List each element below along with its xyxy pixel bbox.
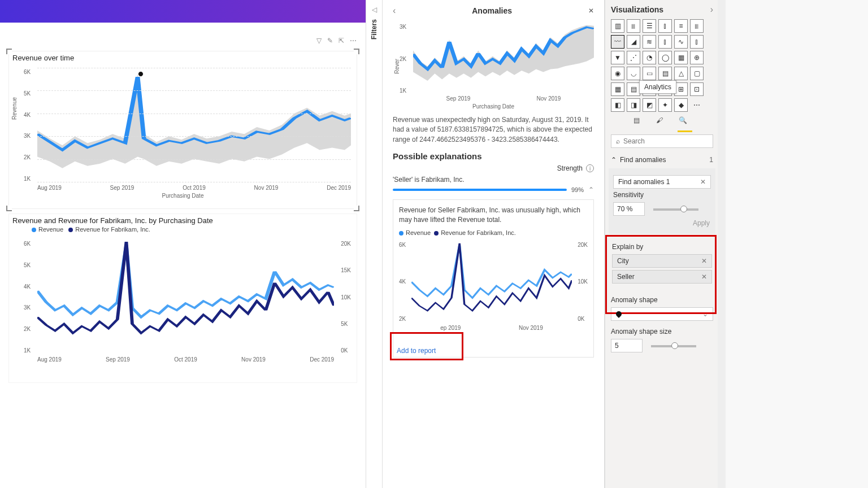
plot-area	[37, 239, 334, 354]
anomaly-shape-size-label: Anomaly shape size	[611, 328, 713, 336]
more-options-icon[interactable]: ⋯	[350, 37, 357, 45]
matrix-icon[interactable]: ▤	[627, 82, 640, 96]
visual-revenue-over-time[interactable]: ▽ ✎ ⇱ ⋯ Revenue over time Revenue 6K5K4K…	[8, 51, 357, 209]
resize-handle[interactable]	[6, 206, 12, 211]
map-icon[interactable]: ⊕	[690, 51, 704, 64]
chart-legend: Revenue Revenue for Fabrikam, Inc.	[9, 226, 357, 235]
explanation-card: Revenue for Seller Fabrikam, Inc. was un…	[393, 199, 594, 358]
x-axis-label: Purchasing Date	[9, 193, 357, 199]
pie-icon[interactable]: ◔	[643, 51, 656, 64]
funnel-icon[interactable]: ▼	[611, 51, 624, 64]
y-ticks-right: 20K15K10K5K0K	[341, 241, 351, 354]
remove-icon[interactable]: ✕	[700, 178, 706, 186]
visual-revenue-fabrikam[interactable]: Revenue and Revenue for Fabrikam, Inc. b…	[8, 213, 357, 383]
100-stacked-column-icon[interactable]: ⫼	[690, 19, 704, 33]
sensitivity-slider[interactable]	[653, 208, 698, 211]
close-icon[interactable]	[588, 7, 594, 15]
analytics-tab-icon[interactable]: 🔍	[679, 116, 691, 129]
filter-icon[interactable]: ▽	[316, 37, 322, 45]
tooltip: Analytics	[639, 80, 676, 94]
remove-icon[interactable]: ✕	[701, 273, 707, 281]
strength-pct: 99%	[571, 186, 584, 193]
info-icon[interactable]: i	[586, 164, 594, 172]
treemap-icon[interactable]: ▦	[674, 51, 688, 64]
line-chart-icon[interactable]: 〰	[611, 35, 624, 49]
find-anomalies-section[interactable]: ⌃ Find anomalies 1	[611, 154, 713, 166]
sensitivity-input[interactable]: 70 %	[613, 202, 645, 216]
shape-size-input[interactable]: 5	[611, 339, 643, 352]
card-text: Revenue for Seller Fabrikam, Inc. was un…	[399, 206, 588, 225]
anomaly-shape-dropdown[interactable]: ⌄	[611, 307, 713, 321]
apply-button[interactable]: Apply	[613, 216, 711, 228]
report-header-bar	[0, 0, 366, 23]
waterfall-icon[interactable]: ⫿	[690, 35, 704, 49]
clustered-bar-icon[interactable]: ⫼	[627, 19, 640, 33]
report-canvas[interactable]: ▽ ✎ ⇱ ⋯ Revenue over time Revenue 6K5K4K…	[0, 0, 366, 488]
resize-handle[interactable]	[354, 206, 359, 211]
more-visuals-icon[interactable]: ⋯	[690, 98, 704, 112]
visualizations-pane: Visualizations ▥ ⫼ ☰ ⫿ ≡ ⫼ 〰 ◢ ≋ ⫿ ∿ ⫿ ▼…	[605, 0, 718, 488]
explain-by-label: Explain by	[612, 243, 712, 251]
kpi-icon[interactable]: △	[674, 67, 688, 80]
slicer-icon[interactable]: ▢	[690, 67, 704, 80]
explanation-label: 'Seller' is Fabrikam, Inc.	[393, 176, 594, 184]
expand-icon[interactable]: ◁	[372, 6, 377, 14]
visualizations-title: Visualizations	[611, 5, 663, 14]
line-column-icon[interactable]: ⫿	[658, 35, 672, 49]
qa-icon[interactable]: ◧	[611, 98, 624, 112]
narrative-icon[interactable]: ◨	[627, 98, 640, 112]
anomaly-description: Revenue was unexpectedly high on Saturda…	[393, 115, 594, 145]
anomaly-shape-label: Anomaly shape	[611, 296, 713, 304]
resize-handle[interactable]	[354, 49, 359, 54]
find-anomalies-item[interactable]: Find anomalies 1✕	[613, 175, 711, 189]
chevron-down-icon: ⌃	[611, 156, 617, 164]
explain-field-seller[interactable]: Seller✕	[612, 270, 712, 284]
filled-map-icon[interactable]: ◉	[611, 67, 624, 80]
export-icon[interactable]: ⇱	[338, 37, 344, 45]
collapse-icon[interactable]: ⌃	[588, 186, 594, 194]
card-icon[interactable]: ▭	[643, 67, 656, 80]
back-icon[interactable]	[393, 6, 396, 16]
shape-size-slider[interactable]	[651, 345, 696, 347]
stacked-area-icon[interactable]: ≋	[643, 35, 656, 49]
filters-pane-collapsed[interactable]: ◁ Filters	[366, 0, 383, 488]
add-to-report-link[interactable]: Add to report	[397, 347, 436, 355]
resize-handle[interactable]	[6, 49, 12, 54]
arcgis-icon[interactable]: ✦	[658, 98, 672, 112]
search-input[interactable]	[623, 137, 708, 145]
anomaly-marker[interactable]	[138, 71, 144, 77]
format-tab-icon[interactable]: 🖌	[656, 116, 669, 129]
card-legend: Revenue Revenue for Fabrikam, Inc.	[399, 229, 588, 236]
scrollbar-gutter[interactable]	[718, 0, 726, 488]
area-chart-icon[interactable]: ◢	[627, 35, 640, 49]
multi-card-icon[interactable]: ▤	[658, 67, 672, 80]
powerapps-icon[interactable]: ◆	[674, 98, 688, 112]
strength-label: Strength	[557, 164, 583, 172]
strength-bar	[393, 189, 567, 191]
anomalies-pane: Anomalies Rever 3K2K1K Sep 2019Nov 2019 …	[383, 0, 605, 488]
gauge-icon[interactable]: ◡	[627, 67, 640, 80]
chart-title: Revenue and Revenue for Fabrikam, Inc. b…	[9, 214, 357, 226]
plot-area	[37, 68, 351, 182]
y-ticks: 6K5K4K3K2K1K	[24, 69, 31, 182]
table-icon[interactable]: ▦	[611, 82, 624, 96]
remove-icon[interactable]: ✕	[701, 257, 707, 265]
focus-mode-icon[interactable]: ✎	[327, 37, 333, 45]
donut-icon[interactable]: ◯	[658, 51, 672, 64]
stacked-bar-icon[interactable]: ▥	[611, 19, 624, 33]
explain-field-city[interactable]: City✕	[612, 254, 712, 268]
decomposition-icon[interactable]: ⊡	[690, 82, 704, 96]
clustered-column-icon[interactable]: ⫿	[658, 19, 672, 33]
stacked-column-icon[interactable]: ☰	[643, 19, 656, 33]
anomalies-title: Anomalies	[472, 6, 512, 15]
anomaly-context-chart: Rever 3K2K1K Sep 2019Nov 2019 Purchasing…	[393, 18, 594, 108]
100-stacked-bar-icon[interactable]: ≡	[674, 19, 688, 33]
x-ticks: Aug 2019Sep 2019Oct 2019Nov 2019Dec 2019	[37, 185, 351, 191]
scatter-icon[interactable]: ⋰	[627, 51, 640, 64]
search-box[interactable]: ⌕	[611, 134, 713, 148]
fields-tab-icon[interactable]: ▤	[633, 116, 646, 129]
paginated-icon[interactable]: ◩	[643, 98, 656, 112]
filters-label: Filters	[370, 19, 378, 40]
collapse-pane-icon[interactable]	[710, 5, 713, 15]
ribbon-icon[interactable]: ∿	[674, 35, 688, 49]
